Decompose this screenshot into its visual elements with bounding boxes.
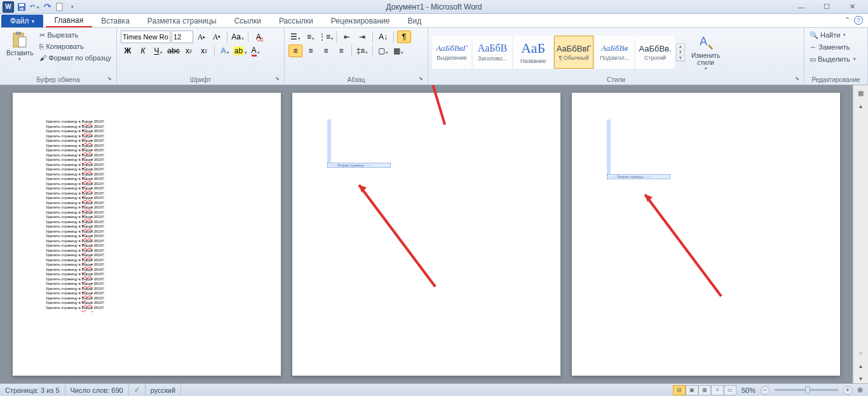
numbering-button[interactable]: ≡	[304, 31, 318, 43]
underline-button[interactable]: Ч	[151, 44, 165, 57]
increase-indent-button[interactable]: ⇥	[355, 31, 369, 43]
gallery-up[interactable]: ▴	[677, 44, 684, 50]
strike-button[interactable]: abc	[166, 44, 180, 57]
ribbon-help: ⌃ ?	[844, 16, 863, 25]
zoom-level[interactable]: 50%	[742, 386, 756, 394]
align-center-button[interactable]: ≡	[304, 44, 318, 57]
tab-layout[interactable]: Разметка страницы	[139, 15, 226, 27]
status-page[interactable]: Страница: 3 из 5	[0, 384, 65, 396]
replace-button[interactable]: ↔Заменить	[808, 41, 857, 53]
borders-button[interactable]: ▦	[391, 44, 405, 57]
shading-button[interactable]: ▢	[376, 44, 390, 57]
zoom-fit-button[interactable]: ⊕	[857, 386, 863, 394]
find-button[interactable]: 🔍Найти▾	[808, 29, 857, 41]
shrink-font-button[interactable]: A▾	[210, 31, 224, 43]
zoom-out-button[interactable]: −	[761, 386, 770, 395]
subscript-button[interactable]: x2	[182, 44, 196, 57]
text-effects-button[interactable]: A	[218, 44, 232, 57]
format-painter-button[interactable]: 🖌Формат по образцу	[38, 52, 112, 64]
redo-button[interactable]	[42, 2, 52, 12]
svg-text:A: A	[700, 35, 707, 48]
change-styles-button[interactable]: A Изменить стили ▾	[689, 32, 722, 72]
style-item[interactable]: АаБНазвание	[513, 36, 553, 69]
maximize-button[interactable]: ☐	[817, 1, 836, 13]
gallery-down[interactable]: ▾	[677, 50, 684, 55]
zoom-in-button[interactable]: +	[843, 386, 852, 395]
status-language[interactable]: русский	[146, 384, 181, 396]
print-layout-view[interactable]: ▤	[673, 385, 686, 395]
tab-home[interactable]: Главная	[46, 15, 93, 27]
help-button[interactable]: ?	[854, 16, 863, 25]
tab-insert[interactable]: Вставка	[92, 15, 139, 27]
align-right-button[interactable]: ≡	[319, 44, 333, 57]
window-controls: — ☐ ✕	[792, 1, 868, 13]
zoom-slider[interactable]	[775, 389, 838, 391]
select-icon: ▭	[810, 55, 816, 64]
status-proofing[interactable]: ✓	[129, 384, 146, 396]
selection-highlight	[607, 119, 611, 174]
new-doc-button[interactable]	[55, 2, 65, 12]
superscript-button[interactable]: x2	[197, 44, 211, 57]
tab-view[interactable]: Вид	[398, 15, 430, 27]
bullets-button[interactable]: ☰	[288, 31, 302, 43]
page-1[interactable]: Удалить страницу в Ворде 2010¶Удалить ст…	[13, 93, 281, 376]
bold-button[interactable]: Ж	[121, 44, 135, 57]
style-item[interactable]: АаБбВвГВыделение	[432, 36, 471, 69]
undo-button[interactable]	[29, 2, 39, 12]
page-2[interactable]: ·········Разрыв страницы·········	[292, 93, 560, 376]
page-break-marker: ·········Разрыв страницы·········	[607, 174, 670, 179]
sort-button[interactable]: A↓	[376, 31, 390, 43]
font-color-button[interactable]: A	[248, 44, 262, 57]
copy-button[interactable]: ⎘Копировать	[38, 41, 112, 52]
clear-formatting-button[interactable]: A⌫	[252, 31, 266, 43]
draft-view[interactable]: ▭	[724, 385, 736, 395]
font-size-combo[interactable]	[172, 31, 193, 43]
style-item[interactable]: АаБбВв.Строгий	[635, 36, 675, 69]
minimize-ribbon-button[interactable]: ⌃	[844, 16, 850, 25]
tab-review[interactable]: Рецензирование	[322, 15, 399, 27]
zoom-thumb[interactable]	[805, 386, 810, 393]
decrease-indent-button[interactable]: ⇤	[340, 31, 354, 43]
close-button[interactable]: ✕	[843, 1, 862, 13]
italic-button[interactable]: К	[136, 44, 150, 57]
highlight-button[interactable]: ab	[233, 44, 247, 57]
tab-mailings[interactable]: Рассылки	[270, 15, 322, 27]
ruler-toggle[interactable]: ▦	[856, 88, 866, 98]
fullscreen-view[interactable]: ▣	[686, 385, 698, 395]
grow-font-button[interactable]: A▴	[194, 31, 208, 43]
web-view[interactable]: ▦	[698, 385, 711, 395]
file-tab[interactable]: Файл	[1, 15, 43, 27]
pane-next[interactable]: ▾	[856, 373, 866, 383]
justify-button[interactable]: ≡	[334, 44, 348, 57]
qat-customize[interactable]: ▾	[67, 2, 78, 12]
show-marks-button[interactable]: ¶	[397, 31, 411, 43]
gallery-more[interactable]: ▾	[677, 55, 684, 61]
document-area[interactable]: Удалить страницу в Ворде 2010¶Удалить ст…	[0, 85, 853, 383]
save-button[interactable]	[17, 2, 27, 12]
change-case-button[interactable]: Aa	[231, 31, 245, 43]
status-words[interactable]: Число слов: 690	[65, 384, 129, 396]
clipboard-launcher[interactable]: ⬊	[107, 76, 115, 83]
font-name-combo[interactable]	[121, 31, 170, 43]
svg-line-10	[645, 195, 721, 296]
object-browse[interactable]: ○	[856, 348, 866, 358]
page-3[interactable]: ·········Разрыв страницы·········	[572, 93, 840, 376]
paste-button[interactable]: Вставить ▾	[4, 29, 36, 63]
line-spacing-button[interactable]: ‡≡	[355, 44, 369, 57]
style-item[interactable]: АаБбВЗаголово...	[473, 36, 512, 69]
font-launcher[interactable]: ⬊	[275, 76, 283, 83]
multilevel-button[interactable]: ⋮≡	[319, 31, 333, 43]
pane-prev[interactable]: ▴	[856, 360, 866, 371]
select-button[interactable]: ▭Выделить▾	[808, 53, 857, 65]
align-left-button[interactable]: ≡	[288, 44, 302, 57]
cut-button[interactable]: ✂Вырезать	[38, 29, 112, 41]
svg-rect-2	[20, 8, 24, 10]
style-item[interactable]: АаБбВвПодзагол...	[595, 36, 634, 69]
tab-references[interactable]: Ссылки	[226, 15, 270, 27]
pane-up[interactable]: ▴	[856, 100, 866, 111]
styles-launcher[interactable]: ⬊	[795, 76, 803, 83]
minimize-button[interactable]: —	[792, 1, 811, 13]
outline-view[interactable]: ≡	[711, 385, 724, 395]
style-item[interactable]: АаБбВвГ¶ Обычный	[554, 36, 593, 69]
paragraph-launcher[interactable]: ⬊	[419, 76, 426, 83]
